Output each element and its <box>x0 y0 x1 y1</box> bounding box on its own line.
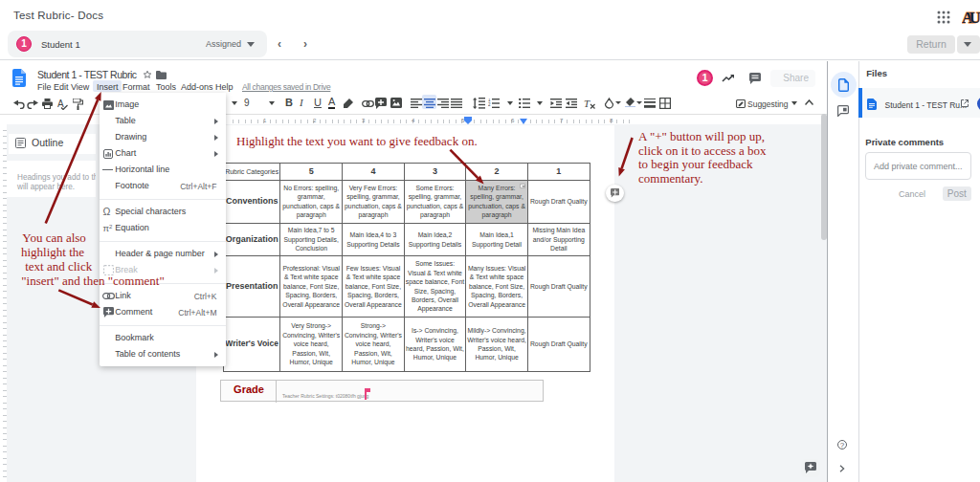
svg-text:U: U <box>969 9 980 25</box>
svg-text:A: A <box>57 99 64 109</box>
svg-text:T: T <box>584 98 590 109</box>
svg-text:2: 2 <box>488 102 491 107</box>
